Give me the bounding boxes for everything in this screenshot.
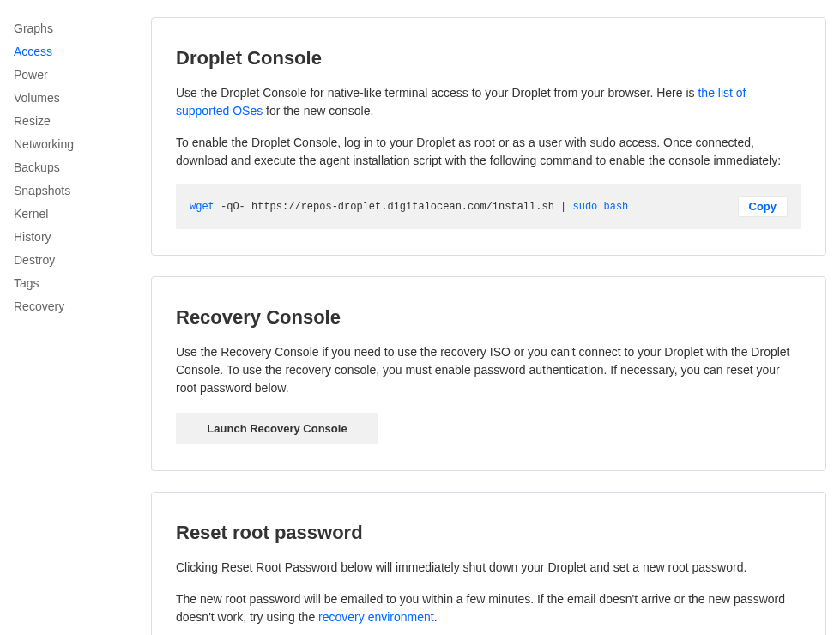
main-content: Droplet Console Use the Droplet Console … xyxy=(151,17,826,635)
code-kw-sudo-bash: sudo bash xyxy=(572,201,628,213)
copy-button[interactable]: Copy xyxy=(738,196,789,217)
recovery-environment-link[interactable]: recovery environment xyxy=(318,610,434,624)
card-droplet-console: Droplet Console Use the Droplet Console … xyxy=(151,17,826,256)
sidebar-item-graphs[interactable]: Graphs xyxy=(14,17,134,40)
sidebar-nav: Graphs Access Power Volumes Resize Netwo… xyxy=(14,17,134,635)
sidebar-item-history[interactable]: History xyxy=(14,226,134,249)
sidebar-item-power[interactable]: Power xyxy=(14,64,134,87)
sidebar-item-destroy[interactable]: Destroy xyxy=(14,249,134,272)
reset-password-title: Reset root password xyxy=(176,518,801,547)
recovery-console-title: Recovery Console xyxy=(176,303,801,331)
sidebar-item-kernel[interactable]: Kernel xyxy=(14,203,134,226)
sidebar-item-recovery[interactable]: Recovery xyxy=(14,295,134,318)
install-command-text: wget -qO- https://repos-droplet.digitalo… xyxy=(190,199,628,215)
code-kw-wget: wget xyxy=(190,201,215,213)
sidebar-item-tags[interactable]: Tags xyxy=(14,272,134,295)
droplet-console-title: Droplet Console xyxy=(176,44,801,72)
recovery-console-desc: Use the Recovery Console if you need to … xyxy=(176,343,801,397)
reset-password-desc2: The new root password will be emailed to… xyxy=(176,590,801,626)
launch-recovery-console-button[interactable]: Launch Recovery Console xyxy=(176,413,378,444)
sidebar-item-backups[interactable]: Backups xyxy=(14,156,134,179)
card-reset-password: Reset root password Clicking Reset Root … xyxy=(151,492,826,635)
card-recovery-console: Recovery Console Use the Recovery Consol… xyxy=(151,276,826,471)
sidebar-item-access[interactable]: Access xyxy=(14,40,134,64)
sidebar-item-networking[interactable]: Networking xyxy=(14,133,134,156)
droplet-console-desc2: To enable the Droplet Console, log in to… xyxy=(176,134,801,170)
install-command-block: wget -qO- https://repos-droplet.digitalo… xyxy=(176,184,801,229)
sidebar-item-volumes[interactable]: Volumes xyxy=(14,87,134,110)
sidebar-item-resize[interactable]: Resize xyxy=(14,110,134,133)
droplet-console-desc1: Use the Droplet Console for native-like … xyxy=(176,84,801,120)
sidebar-item-snapshots[interactable]: Snapshots xyxy=(14,179,134,203)
reset-password-desc1: Clicking Reset Root Password below will … xyxy=(176,559,801,577)
